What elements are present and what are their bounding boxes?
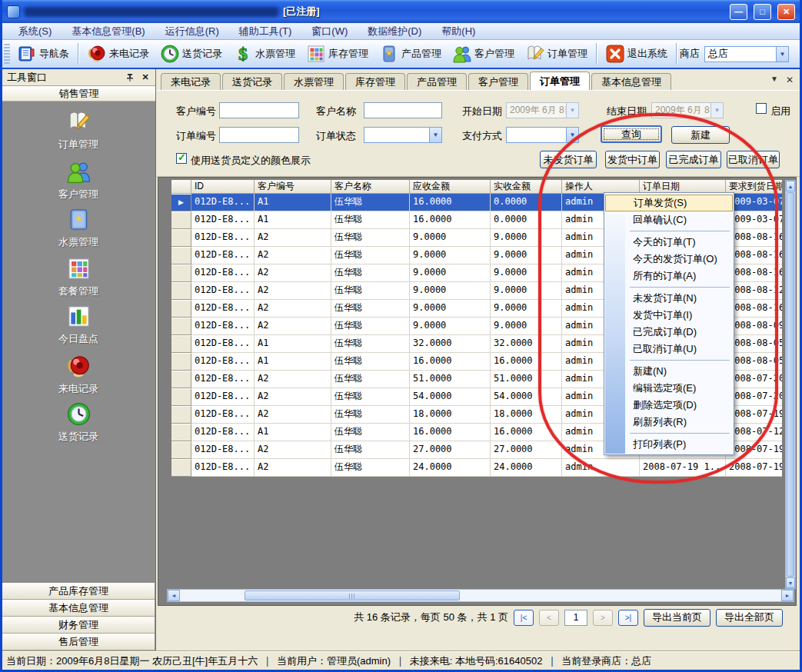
cell-received[interactable]: 54.0000 [491, 388, 562, 406]
cell-receivable[interactable]: 9.0000 [410, 247, 491, 264]
menubar-item[interactable]: 基本信息管理(B) [62, 23, 155, 39]
toolbar-button[interactable]: 导航条 [12, 42, 75, 66]
scroll-left-icon[interactable]: ◄ [168, 590, 180, 601]
context-menu-item[interactable]: 已完成订单(D) [605, 324, 733, 341]
sidebar-item[interactable]: 送货记录 [2, 401, 155, 444]
row-selector[interactable] [171, 300, 191, 318]
status-filter-button[interactable]: 未发货订单 [540, 151, 597, 168]
cell-customer_name[interactable]: 伍华聪 [331, 441, 410, 459]
tab-水票管理[interactable]: 水票管理 [284, 73, 344, 90]
context-menu-item[interactable]: 发货中订单(I) [605, 307, 733, 324]
pay-method-combo[interactable]: ▼ [506, 127, 579, 143]
cell-received[interactable]: 18.0000 [491, 406, 562, 424]
page-number-input[interactable] [564, 610, 587, 626]
cell-customer_name[interactable]: 伍华聪 [331, 388, 410, 406]
cell-received[interactable]: 9.0000 [491, 247, 562, 264]
cell-customer_no[interactable]: A2 [255, 300, 331, 318]
sidebar-item[interactable]: 今日盘点 [2, 304, 155, 346]
cell-id[interactable]: 012D-E8... [191, 459, 255, 477]
tab-客户管理[interactable]: 客户管理 [468, 73, 528, 90]
cell-received[interactable]: 0.0000 [491, 211, 562, 229]
cell-receivable[interactable]: 16.0000 [410, 194, 491, 211]
cell-customer_no[interactable]: A2 [255, 459, 331, 477]
cell-received[interactable]: 32.0000 [491, 335, 562, 353]
tab-来电记录[interactable]: 来电记录 [161, 73, 221, 90]
cell-id[interactable]: 012D-E8... [191, 211, 255, 229]
cell-receivable[interactable]: 16.0000 [410, 424, 491, 441]
toolbar-button[interactable]: 订单管理 [520, 42, 593, 66]
customer-no-input[interactable] [219, 102, 299, 118]
cell-customer_name[interactable]: 伍华聪 [331, 264, 410, 282]
menubar-item[interactable]: 辅助工具(T) [229, 23, 302, 39]
cell-id[interactable]: 012D-E8... [191, 441, 255, 459]
row-selector[interactable]: ▶ [171, 194, 191, 211]
cell-customer_no[interactable]: A2 [255, 371, 331, 388]
row-selector[interactable] [171, 335, 191, 353]
last-page-button[interactable]: >| [618, 610, 638, 626]
maximize-button[interactable]: □ [754, 4, 771, 20]
cell-received[interactable]: 51.0000 [491, 371, 562, 388]
cell-customer_name[interactable]: 伍华聪 [331, 194, 410, 211]
cell-customer_no[interactable]: A2 [255, 264, 331, 282]
cell-customer_name[interactable]: 伍华聪 [331, 282, 410, 300]
context-menu-item[interactable]: 新建(N) [605, 363, 733, 380]
cell-receivable[interactable]: 9.0000 [410, 264, 491, 282]
first-page-button[interactable]: |< [514, 610, 534, 626]
context-menu-item[interactable]: 回单确认(C) [605, 211, 733, 228]
cell-id[interactable]: 012D-E8... [191, 264, 255, 282]
sidebar-group-button[interactable]: 产品库存管理 [2, 583, 155, 600]
pin-icon[interactable] [125, 72, 135, 83]
column-header[interactable]: 客户编号 [255, 180, 331, 194]
cell-receivable[interactable]: 32.0000 [410, 335, 491, 353]
column-header[interactable]: ID [191, 180, 255, 194]
menubar-item[interactable]: 帮助(H) [431, 23, 485, 39]
tab-送货记录[interactable]: 送货记录 [222, 73, 282, 90]
cell-customer_name[interactable]: 伍华聪 [331, 300, 410, 318]
cell-received[interactable]: 9.0000 [491, 229, 562, 247]
cell-id[interactable]: 012D-E8... [191, 371, 255, 388]
cell-id[interactable]: 012D-E8... [191, 229, 255, 247]
driver-color-checkbox[interactable] [176, 153, 187, 164]
shop-combo[interactable]: 总店 ▼ [704, 46, 789, 62]
cell-customer_name[interactable]: 伍华聪 [331, 371, 410, 388]
vertical-scrollbar[interactable]: ▲ ▼ [785, 180, 796, 589]
tab-订单管理[interactable]: 订单管理 [530, 72, 590, 90]
tab-close-icon[interactable]: ✕ [786, 75, 794, 85]
cell-customer_no[interactable]: A1 [255, 194, 331, 211]
prev-page-button[interactable]: < [539, 610, 559, 626]
cell-customer_name[interactable]: 伍华聪 [331, 335, 410, 353]
cell-id[interactable]: 012D-E8... [191, 282, 255, 300]
chevron-down-icon[interactable]: ▼ [566, 103, 578, 118]
cell-customer_name[interactable]: 伍华聪 [331, 424, 410, 441]
chevron-down-icon[interactable]: ▼ [776, 47, 788, 62]
row-selector[interactable] [171, 406, 191, 424]
cell-receivable[interactable]: 27.0000 [410, 441, 491, 459]
toolbar-button[interactable]: 客户管理 [447, 42, 520, 66]
cell-receivable[interactable]: 18.0000 [410, 406, 491, 424]
tab-基本信息管理[interactable]: 基本信息管理 [591, 73, 671, 90]
sidebar-group-button[interactable]: 基本信息管理 [2, 600, 155, 617]
toolbar-grip[interactable] [4, 44, 10, 64]
context-menu-item[interactable]: 编辑选定项(E) [605, 380, 733, 397]
row-selector[interactable] [171, 441, 191, 459]
tab-产品管理[interactable]: 产品管理 [407, 73, 467, 90]
enable-checkbox[interactable] [756, 103, 767, 114]
status-filter-button[interactable]: 发货中订单 [605, 151, 660, 168]
cell-customer_no[interactable]: A2 [255, 247, 331, 264]
start-date-picker[interactable]: 2009年 6月 8日 ▼ [506, 102, 579, 118]
cell-customer_no[interactable]: A2 [255, 318, 331, 335]
cell-id[interactable]: 012D-E8... [191, 353, 255, 371]
cell-received[interactable]: 16.0000 [491, 353, 562, 371]
context-menu-item[interactable]: 刷新列表(R) [605, 414, 733, 431]
cell-received[interactable]: 0.0000 [491, 194, 562, 211]
menubar-item[interactable]: 窗口(W) [301, 23, 358, 39]
close-button[interactable]: ✕ [777, 4, 795, 20]
cell-received[interactable]: 16.0000 [491, 424, 562, 441]
cell-customer_name[interactable]: 伍华聪 [331, 353, 410, 371]
menubar-item[interactable]: 运行信息(R) [155, 23, 229, 39]
cell-receivable[interactable]: 9.0000 [410, 318, 491, 335]
customer-name-input[interactable] [364, 102, 442, 118]
horizontal-scrollbar[interactable]: ◄ ► [167, 589, 794, 602]
sidebar-item[interactable]: 水票管理 [2, 207, 155, 249]
sidebar-item[interactable]: 来电记录 [2, 354, 155, 396]
